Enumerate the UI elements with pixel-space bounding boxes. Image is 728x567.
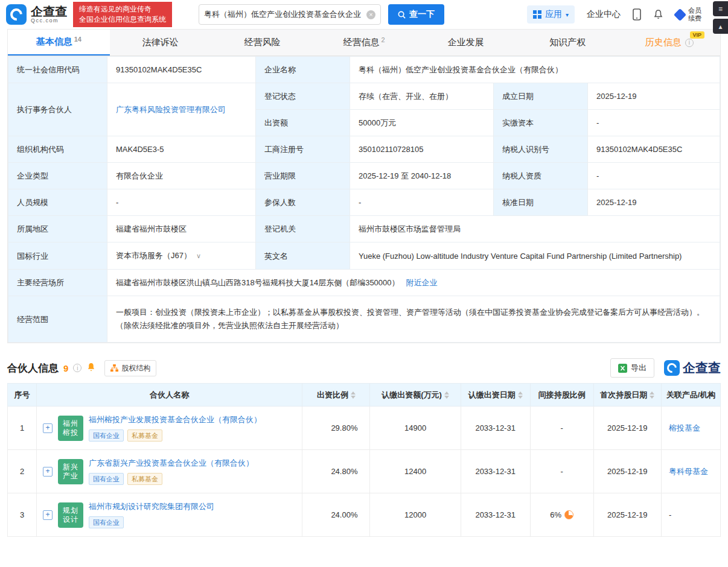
header-due-date[interactable]: 认缴出资日期 [461,384,530,407]
section-title: 合伙人信息 [7,361,59,375]
industry-cell[interactable]: 资本市场服务（J67）∨ [107,242,256,270]
address-cell: 福建省福州市鼓楼区洪山镇乌山西路318号福规科技大厦14层东侧（邮编350000… [107,270,720,296]
equity-structure-button[interactable]: 股权结构 [104,360,156,376]
qcc-logo-sub: Qcc.com [31,17,67,24]
tab-bar: 基本信息14 法律诉讼 经营风险 经营信息2 企业发展 知识产权 VIP 历史信… [8,30,720,56]
table-row: 组织机构代码 MAK4D5E3-5 工商注册号 350102110728105 … [8,136,720,163]
excel-icon [618,364,627,373]
private-fund-tag[interactable]: 私募基金 [127,473,162,485]
info-icon[interactable]: i [685,39,694,47]
table-row: 国标行业 资本市场服务（J67）∨ 英文名 Yueke (Fuzhou) Low… [8,242,720,270]
state-owned-tag[interactable]: 国有企业 [89,429,124,442]
header-partner-name: 合伙人名称 [37,384,302,407]
paid-capital-value: - [588,110,720,136]
slogan-banner: 缔造有远见的商业传奇 全国企业信用信息查询系统 [73,2,172,27]
header-product: 关联产品/机构 [661,384,720,407]
slogan-line1: 缔造有远见的商业传奇 [79,4,166,14]
tab-ip[interactable]: 知识产权 [517,30,619,55]
partners-count-badge: 9 [63,363,68,373]
vip-renew-button[interactable]: 会员 续费 [675,7,701,22]
staff-size-value: - [107,189,256,216]
toolbar-menu-icon[interactable]: ≡ [713,1,728,16]
table-row: 所属地区 福建省福州市鼓楼区 登记机关 福州市鼓楼区市场监督管理局 [8,216,720,242]
first-date-cell: 2025-12-19 [593,493,661,537]
tab-basic-info[interactable]: 基本信息14 [8,30,110,55]
sort-icon [518,391,523,399]
indirect-cell: 6% [530,493,593,537]
expand-button[interactable]: + [43,423,53,433]
field-label: 参保人数 [256,189,350,216]
basic-info-table: 统一社会信用代码 91350102MAK4D5E35C 企业名称 粤科（福州）低… [8,56,720,343]
partner-name-link[interactable]: 广东省新兴产业投资基金合伙企业（有限合伙） [89,458,254,469]
tab-development[interactable]: 企业发展 [415,30,517,55]
approval-date-value: 2025-12-19 [588,189,720,216]
chevron-down-icon[interactable]: ∨ [196,252,201,259]
due-date-cell: 2033-12-31 [461,450,530,493]
amount-cell: 14900 [370,407,461,450]
table-row: 2 + 新兴产业 广东省新兴产业投资基金合伙企业（有限合伙） 国有企业 私募基金… [8,450,721,493]
header-indirect: 间接持股比例 [530,384,593,407]
credit-code-value: 91350102MAK4D5E35C [107,57,256,83]
sort-icon [650,391,654,399]
qcc-watermark: 企查查 [664,360,721,376]
partner-name-link[interactable]: 福州榕投产业发展投资基金合伙企业（有限合伙） [89,414,261,425]
business-term-value: 2025-12-19 至 2040-12-18 [350,163,494,189]
grid-icon [533,10,541,19]
related-product-link[interactable]: 粤科母基金 [669,467,708,476]
field-label: 组织机构代码 [8,136,107,163]
field-label: 国标行业 [8,242,107,270]
table-row: 3 + 规划设计 福州市规划设计研究院集团有限公司 国有企业 24.00% 12… [8,493,721,537]
seq-cell: 2 [8,450,37,493]
state-owned-tag[interactable]: 国有企业 [89,516,124,528]
field-label: 英文名 [256,242,350,270]
related-product-empty: - [669,510,671,519]
field-label: 成立日期 [494,83,588,110]
table-row: 经营范围 一般项目：创业投资（限投资未上市企业）；以私募基金从事股权投资、投资管… [8,296,720,343]
expand-button[interactable]: + [43,510,53,520]
field-label: 核准日期 [494,189,588,216]
state-owned-tag[interactable]: 国有企业 [89,473,124,485]
vip-badge: VIP [690,31,705,39]
header-seq: 序号 [8,384,37,407]
nearby-companies-link[interactable]: 附近企业 [406,278,437,287]
equity-pie-icon[interactable] [564,510,573,519]
company-name-value: 粤科（福州）低空产业创业投资基金合伙企业（有限合伙） [350,57,720,83]
vip-diamond-icon [674,8,686,21]
executive-partner-link[interactable]: 广东粤科风险投资管理有限公司 [116,105,226,114]
enterprise-center-link[interactable]: 企业中心 [587,9,621,20]
status-value: 存续（在营、开业、在册） [350,83,494,110]
qcc-logo-icon [664,360,680,376]
expand-button[interactable]: + [43,467,53,477]
tab-risk[interactable]: 经营风险 [211,30,313,55]
tab-history[interactable]: VIP 历史信息 i [618,30,720,55]
indirect-cell: - [530,407,593,450]
tab-operation[interactable]: 经营信息2 [313,30,415,55]
qcc-logo[interactable]: 企查查 Qcc.com [6,4,67,25]
header-ratio[interactable]: 出资比例 [302,384,370,407]
partner-logo: 规划设计 [58,502,83,528]
partner-name-link[interactable]: 福州市规划设计研究院集团有限公司 [89,501,214,512]
related-product-link[interactable]: 榕投基金 [669,423,700,432]
table-row: 人员规模 - 参保人数 - 核准日期 2025-12-19 [8,189,720,216]
field-label: 纳税人资质 [494,163,588,189]
notification-bell-icon[interactable] [653,9,663,20]
info-icon[interactable]: i [73,364,81,372]
ratio-cell: 24.80% [302,450,370,493]
search-box[interactable]: × [199,4,381,25]
field-label: 工商注册号 [256,136,350,163]
mobile-app-icon[interactable] [633,8,641,21]
clear-search-icon[interactable]: × [366,10,375,19]
search-button[interactable]: 查一下 [388,4,444,25]
private-fund-tag[interactable]: 私募基金 [127,429,162,442]
header-amount[interactable]: 认缴出资额(万元) [370,384,461,407]
header-first-date[interactable]: 首次持股日期 [593,384,661,407]
ratio-cell: 24.00% [302,493,370,537]
table-row: 主要经营场所 福建省福州市鼓楼区洪山镇乌山西路318号福规科技大厦14层东侧（邮… [8,270,720,296]
subscribe-bell-icon[interactable] [86,362,96,375]
tab-legal[interactable]: 法律诉讼 [110,30,212,55]
partners-table: 序号 合伙人名称 出资比例 认缴出资额(万元) 认缴出资日期 间接持股比例 首次… [7,383,721,537]
export-button[interactable]: 导出 [610,358,654,378]
business-scope-value: 一般项目：创业投资（限投资未上市企业）；以私募基金从事股权投资、投资管理、资产管… [107,296,720,343]
app-menu[interactable]: 应用 ▾ [527,5,575,24]
search-input[interactable] [204,10,363,19]
